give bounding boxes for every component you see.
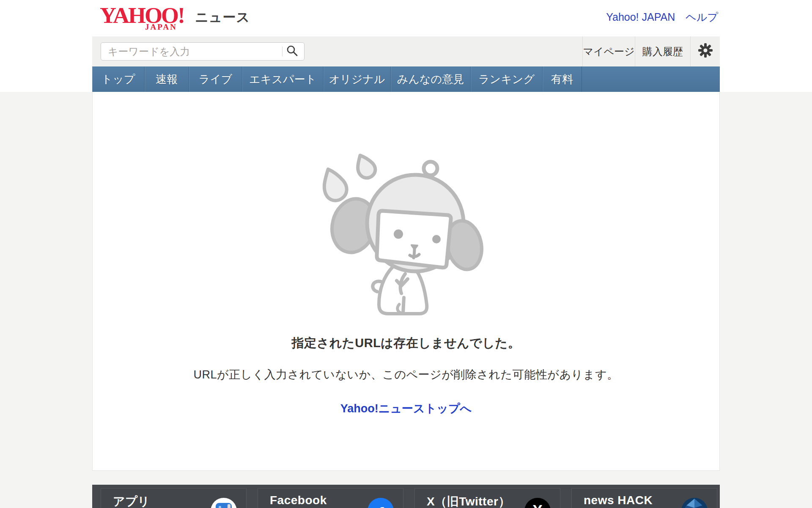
nav-tab-flash[interactable]: 速報 <box>145 66 189 92</box>
search-box <box>101 42 304 61</box>
footer-box-x-twitter[interactable]: X（旧Twitter） X <box>414 488 560 508</box>
nav-tab-expert[interactable]: エキスパート <box>242 66 324 92</box>
footer-box-news-hack[interactable]: news HACK news <box>571 488 717 508</box>
main-nav-row: トップ 速報 ライブ エキスパート オリジナル みんなの意見 ランキング 有料 <box>0 66 812 92</box>
service-name: ニュース <box>195 8 250 26</box>
yahoo-japan-logo: YAHOO! JAPAN <box>100 4 188 27</box>
nav-tab-original[interactable]: オリジナル <box>324 66 391 92</box>
footer-box-facebook[interactable]: Facebook f <box>258 488 403 508</box>
search-divider <box>282 47 283 56</box>
error-content-panel: 指定されたURLは存在しませんでした。 URLが正しく入力されていないか、このペ… <box>92 92 720 471</box>
nav-tab-paid[interactable]: 有料 <box>543 66 582 92</box>
search-icon <box>286 52 298 58</box>
search-band-row: マイページ 購入履歴 <box>0 36 812 66</box>
nav-tab-opinions[interactable]: みんなの意見 <box>391 66 471 92</box>
mascot-dog-illustration <box>317 143 495 329</box>
nav-tab-ranking[interactable]: ランキング <box>471 66 543 92</box>
gear-icon <box>698 43 713 61</box>
band-right-menu: マイページ 購入履歴 <box>582 36 720 66</box>
yahoo-japan-help-link[interactable]: Yahoo! JAPAN ヘルプ <box>606 10 718 24</box>
nav-tab-live[interactable]: ライブ <box>189 66 242 92</box>
settings-button[interactable] <box>690 36 720 66</box>
search-button[interactable] <box>284 45 300 58</box>
footer-box-app[interactable]: アプリ <box>101 488 247 508</box>
japan-wordmark: JAPAN <box>145 22 177 32</box>
purchase-history-link[interactable]: 購入履歴 <box>635 36 690 66</box>
error-description: URLが正しく入力されていないか、このページが削除された可能性があります。 <box>93 367 719 382</box>
news-top-link[interactable]: Yahoo!ニューストップへ <box>340 401 472 416</box>
yahoo-news-logo[interactable]: YAHOO! JAPAN ニュース <box>100 4 250 27</box>
main-navigation: トップ 速報 ライブ エキスパート オリジナル みんなの意見 ランキング 有料 <box>92 66 720 92</box>
my-page-link[interactable]: マイページ <box>582 36 635 66</box>
top-bar: YAHOO! JAPAN ニュース Yahoo! JAPAN ヘルプ <box>0 0 812 36</box>
search-input[interactable] <box>101 42 304 61</box>
page-lower-area: 指定されたURLは存在しませんでした。 URLが正しく入力されていないか、このペ… <box>0 92 812 508</box>
error-title: 指定されたURLは存在しませんでした。 <box>93 335 719 352</box>
search-band: マイページ 購入履歴 <box>92 36 720 66</box>
footer: アプリ Facebook f X（旧Twitter） <box>92 485 720 508</box>
nav-tab-top[interactable]: トップ <box>92 66 145 92</box>
